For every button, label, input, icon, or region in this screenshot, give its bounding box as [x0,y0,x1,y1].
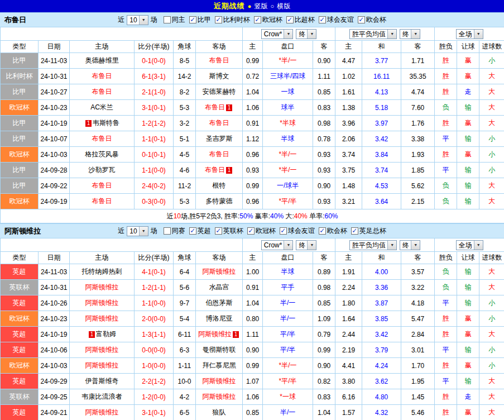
avg-odds-select[interactable]: 胜平负均值▼ [349,29,397,39]
team-name-link[interactable]: 阿斯顿维拉 [203,377,236,385]
team-name-link[interactable]: 布鲁日 [205,166,225,174]
team-name-link[interactable]: 格拉茨风暴 [85,150,119,158]
team-name-link[interactable]: 狼队 [213,408,226,416]
team-name-link[interactable]: 多特蒙德 [206,197,233,205]
horizontal-layout-radio[interactable]: 横版 [277,2,290,11]
team-name-link[interactable]: 布鲁日 [205,103,225,111]
corners-cell: 6-3 [174,342,196,358]
team-name-link[interactable]: 韦斯特鲁 [93,119,119,127]
checkbox-unchecked-icon[interactable] [164,227,171,235]
checkbox-checked-icon[interactable]: ✓ [319,16,326,23]
date-cell: 24-11-03 [39,53,70,69]
matches-table: Crow*▼ 终▼ 胜平负均值▼ 终▼ 全场▼ [0,27,504,223]
vertical-layout-radio[interactable]: 竖版 [255,2,268,11]
eu-draw-odds-cell: 3.62 [362,374,401,389]
filter-checkbox-欧冠杯[interactable]: ✓欧冠杯 [254,15,282,25]
team-name-link[interactable]: 阿斯顿维拉 [85,283,119,291]
final-odds-select[interactable]: 终▼ [296,240,316,250]
odds-company-select[interactable]: Crow*▼ [261,240,294,250]
games-count-select[interactable]: 10▼ [127,15,148,25]
checkbox-label: 球会友谊 [327,15,354,25]
corners-cell: 5-1 [174,131,196,147]
filter-checkbox-英超[interactable]: ✓英超 [189,226,211,236]
team-name-link[interactable]: 根特 [213,182,226,189]
scope-select[interactable]: 全场▼ [456,240,483,250]
team-name-link[interactable]: 安德莱赫特 [203,88,236,96]
team-name-link[interactable]: 布鲁日 [209,56,229,64]
checkbox-checked-icon[interactable]: ✓ [189,227,196,235]
filter-checkbox-欧冠杯[interactable]: ✓欧冠杯 [247,226,276,236]
corners-cell: 1-11 [174,358,196,374]
corners-cell: 3-2 [174,116,196,131]
filter-checkbox-英足总杯[interactable]: ✓英足总杯 [351,226,386,236]
team-name-link[interactable]: 伊普斯维奇 [85,377,119,385]
checkbox-checked-icon[interactable]: ✓ [280,227,287,235]
filter-checkbox-英联杯[interactable]: ✓英联杯 [215,226,243,236]
team-name-link[interactable]: 博洛尼亚 [206,314,233,322]
filter-checkbox-球会友谊[interactable]: ✓球会友谊 [280,226,315,236]
team-name-link[interactable]: 圣吉罗斯 [206,135,233,142]
checkbox-checked-icon[interactable]: ✓ [358,16,365,23]
team-name-link[interactable]: 布鲁日 [92,135,112,142]
team-name-link[interactable]: 阿斯顿维拉 [203,393,236,400]
team-name-link[interactable]: 布鲁日 [209,119,229,127]
team-name-link[interactable]: 布鲁日 [92,182,112,189]
filter-checkbox-比甲[interactable]: ✓比甲 [189,15,211,25]
team-name-link[interactable]: 阿斯顿维拉 [85,346,119,354]
checkbox-checked-icon[interactable]: ✓ [189,16,196,23]
team-name-link[interactable]: 伯恩茅斯 [206,299,233,307]
scope-select[interactable]: 全场▼ [456,29,483,39]
handicap-result-cell: 输 [457,131,479,147]
team-name-link[interactable]: 布鲁日 [92,197,112,205]
checkbox-checked-icon[interactable]: ✓ [254,16,261,23]
checkbox-checked-icon[interactable]: ✓ [215,16,222,23]
team-name-link[interactable]: 曼彻斯特联 [203,346,236,354]
team-name-link[interactable]: 奥德赫维里 [85,56,119,64]
team-name-link[interactable]: 布鲁日 [92,72,112,80]
eu-away-odds-cell: 3.57 [401,264,435,280]
filter-checkbox-比利时杯[interactable]: ✓比利时杯 [215,15,250,25]
team-name-link[interactable]: AC米兰 [90,103,113,111]
checkbox-checked-icon[interactable]: ✓ [215,227,222,235]
team-name-link[interactable]: 阿斯顿维拉 [85,408,119,416]
checkbox-checked-icon[interactable]: ✓ [351,227,358,235]
handicap-result-cell: 输 [457,163,479,178]
checkbox-checked-icon[interactable]: ✓ [247,227,255,235]
team-name-link[interactable]: 布鲁日 [209,150,229,158]
filter-checkbox-同赛[interactable]: 同赛 [164,226,185,236]
checkbox-checked-icon[interactable]: ✓ [286,16,294,23]
eu-home-odds-cell: 1.91 [335,264,362,280]
final-odds-select[interactable]: 终▼ [400,240,420,250]
team-name-link[interactable]: 阿斯顿维拉 [198,330,232,338]
matches-body: 英超24-11-03托特纳姆热刺4-1(0-1)6-4阿斯顿维拉1.00半球0.… [1,264,504,420]
odds-company-select[interactable]: Crow*▼ [261,29,294,39]
filter-checkbox-欧会杯[interactable]: ✓欧会杯 [358,15,386,25]
filter-checkbox-欧会杯[interactable]: ✓欧会杯 [319,226,347,236]
ah-away-odds-cell: 1.09 [313,311,335,327]
team-name-link[interactable]: 阿斯顿维拉 [203,268,236,275]
filter-checkbox-球会友谊[interactable]: ✓球会友谊 [319,15,354,25]
avg-odds-select[interactable]: 胜平负均值▼ [349,240,397,250]
select-value: Crow* [262,241,284,250]
team-name-link[interactable]: 沙勒罗瓦 [89,166,116,174]
team-name-link[interactable]: 布鲁日 [92,88,112,96]
team-name-link[interactable]: 阿斯顿维拉 [85,361,119,369]
final-odds-select[interactable]: 终▼ [296,29,316,39]
games-count-select[interactable]: 10▼ [127,226,148,236]
team-name-link[interactable]: 韦康比流浪者 [82,393,122,400]
ah-line-cell: *半/一 [263,358,313,374]
goals-result-cell: 小 [479,295,504,311]
checkbox-checked-icon[interactable]: ✓ [319,227,326,235]
checkbox-unchecked-icon[interactable] [164,16,171,23]
team-name-link[interactable]: 拜仁慕尼黑 [203,361,236,369]
eu-draw-odds-cell: 4.53 [362,178,401,194]
team-name-link[interactable]: 富勒姆 [96,330,116,338]
team-name-link[interactable]: 托特纳姆热刺 [82,268,122,275]
team-name-link[interactable]: 水晶宫 [209,283,229,291]
filter-checkbox-同主[interactable]: 同主 [164,15,185,25]
team-name-link[interactable]: 斯博文 [209,72,229,80]
filter-checkbox-比超杯[interactable]: ✓比超杯 [286,15,315,25]
team-name-link[interactable]: 阿斯顿维拉 [85,314,119,322]
team-name-link[interactable]: 阿斯顿维拉 [85,299,119,307]
final-odds-select[interactable]: 终▼ [400,29,420,39]
